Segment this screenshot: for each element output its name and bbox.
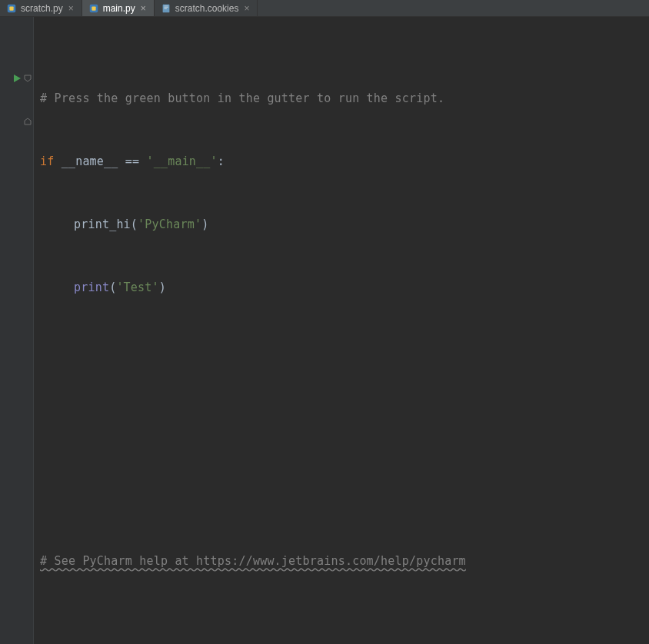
punct: ( bbox=[131, 217, 138, 231]
code-line[interactable]: if __name__ == '__main__': bbox=[40, 151, 649, 172]
builtin-print: print bbox=[74, 281, 109, 294]
svg-rect-3 bbox=[92, 6, 95, 10]
tab-label: scratch.py bbox=[21, 3, 63, 14]
editor[interactable]: # Press the green button in the gutter t… bbox=[0, 17, 649, 644]
blank-line[interactable] bbox=[40, 389, 649, 410]
string: 'PyCharm' bbox=[138, 217, 201, 231]
close-icon[interactable]: × bbox=[139, 4, 148, 13]
punct: : bbox=[218, 154, 225, 168]
tab-bar: scratch.py × main.py × scratch.cookies × bbox=[0, 0, 649, 17]
blank-line[interactable] bbox=[40, 340, 649, 361]
code-line[interactable]: print_hi('PyCharm') bbox=[40, 214, 649, 235]
blank-line[interactable] bbox=[40, 613, 649, 635]
comment-link: # See PyCharm help at https://www.jetbra… bbox=[40, 554, 466, 568]
close-icon[interactable]: × bbox=[67, 4, 75, 13]
operator: == bbox=[125, 154, 139, 168]
string: '__main__' bbox=[139, 154, 218, 168]
function-call: print_hi bbox=[74, 217, 131, 231]
tab-label: main.py bbox=[103, 3, 135, 14]
tab-label: scratch.cookies bbox=[175, 3, 239, 14]
punct: ( bbox=[109, 281, 116, 294]
blank-line[interactable] bbox=[40, 438, 649, 460]
fold-close-icon[interactable] bbox=[0, 111, 33, 132]
python-file-icon bbox=[88, 3, 99, 14]
svg-rect-6 bbox=[164, 7, 168, 8]
code-area[interactable]: # Press the green button in the gutter t… bbox=[34, 17, 649, 644]
svg-rect-1 bbox=[9, 6, 13, 10]
close-icon[interactable]: × bbox=[242, 4, 251, 13]
punct: ) bbox=[159, 281, 166, 294]
fold-open-icon[interactable] bbox=[0, 68, 33, 89]
code-line[interactable]: print('Test') bbox=[40, 277, 649, 298]
code-line[interactable]: # See PyCharm help at https://www.jetbra… bbox=[40, 550, 649, 572]
blank-line[interactable] bbox=[40, 487, 649, 509]
comment: # Press the green button in the gutter t… bbox=[40, 91, 444, 105]
svg-rect-7 bbox=[164, 8, 167, 9]
generic-file-icon bbox=[161, 3, 171, 14]
code-line[interactable]: # Press the green button in the gutter t… bbox=[40, 88, 649, 109]
svg-rect-5 bbox=[164, 5, 168, 6]
tab-scratch-py[interactable]: scratch.py × bbox=[0, 0, 82, 16]
python-file-icon bbox=[6, 3, 17, 14]
string: 'Test' bbox=[116, 281, 158, 294]
punct: ) bbox=[201, 217, 208, 231]
identifier: __name__ bbox=[54, 154, 125, 168]
tab-main-py[interactable]: main.py × bbox=[82, 0, 155, 16]
keyword-if: if bbox=[40, 154, 54, 168]
gutter bbox=[0, 17, 34, 644]
tab-scratch-cookies[interactable]: scratch.cookies × bbox=[155, 0, 258, 16]
